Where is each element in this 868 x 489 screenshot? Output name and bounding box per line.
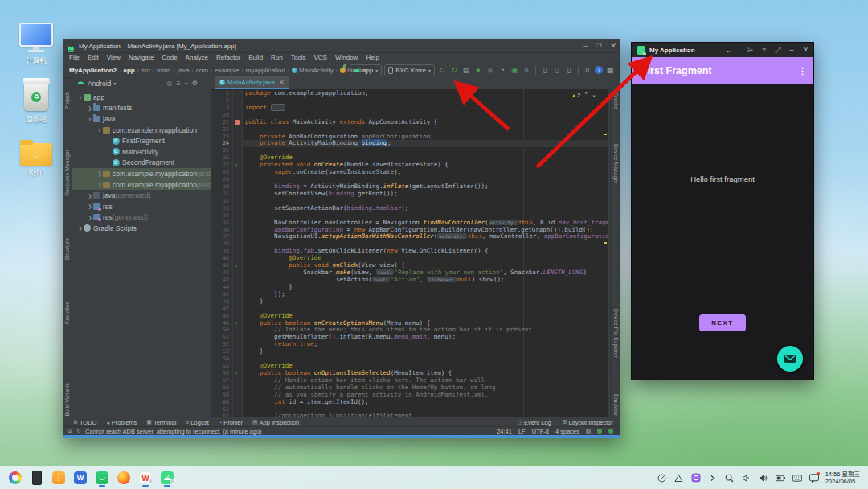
tool-window-tab-logcat[interactable]: ≡Logcat [186, 419, 209, 426]
taskbar-clock[interactable]: 14:56 星期三 2024/06/05 [825, 471, 860, 485]
tree-item-app[interactable]: ∨app [72, 92, 211, 103]
toolbar-sync-project-button[interactable]: ↻ [437, 65, 447, 76]
tray-messages-icon[interactable] [809, 473, 819, 483]
expand-all-icon[interactable]: ÷ [184, 80, 187, 87]
toolbar-run-button[interactable]: ● [473, 65, 483, 76]
taskbar-app-mail-green[interactable] [95, 469, 109, 487]
chevron-icon[interactable]: ❯ [77, 225, 84, 231]
tool-tab-build-variants[interactable]: Build Variants [64, 383, 70, 416]
tree-item-java[interactable]: ∨java [72, 113, 211, 125]
next-button[interactable]: NEXT [699, 314, 746, 331]
caret-position[interactable]: 24:41 [497, 428, 512, 435]
tool-window-tab-terminal[interactable]: ▣Terminal [146, 419, 176, 426]
emulator-title-bar[interactable]: My Application ← ⌲≡⤢–✕ [632, 43, 813, 57]
close-icon[interactable]: ✕ [802, 46, 809, 54]
chevron-icon[interactable]: ∨ [77, 94, 84, 100]
taskbar-app-android-studio[interactable] [160, 469, 174, 487]
toolbar-apply-changes-button[interactable]: ▤ [461, 65, 471, 76]
menu-file[interactable]: File [65, 54, 84, 61]
toolbar-screen-capture-button[interactable]: ▯ [564, 65, 574, 76]
tool-tab-project[interactable]: Project [64, 92, 70, 109]
tool-tab-favorites[interactable]: Favorites [64, 302, 70, 324]
menu-navigate[interactable]: Navigate [125, 54, 158, 61]
toolbar-debug-button[interactable]: ◆ [485, 65, 495, 76]
tool-window-tab-profiler[interactable]: ◔Profiler [219, 419, 243, 426]
taskbar-app-firefox[interactable] [117, 469, 131, 487]
chevron-icon[interactable]: ❯ [96, 171, 103, 176]
breadcrumb-item-main[interactable]: main [157, 67, 170, 74]
tray-expand-chevron-icon[interactable] [708, 473, 718, 483]
indent-setting[interactable]: 4 spaces [555, 428, 579, 435]
menu-analyze[interactable]: Analyze [182, 54, 212, 61]
tray-megaphone-icon[interactable] [742, 473, 751, 483]
device-dropdown[interactable]: BXC Kmre▾ [384, 64, 435, 76]
toolbar-device-manager-phone-button[interactable]: ▯ [540, 65, 550, 76]
breadcrumb-item-java[interactable]: java [178, 67, 190, 74]
toolbar-stop-button[interactable]: ■ [522, 65, 531, 76]
desktop-icon-recycle-bin[interactable]: ♻ 回收站 [10, 82, 62, 123]
tree-item-com-example-myapplication[interactable]: ❯com.example.myapplication (test) [72, 179, 211, 191]
project-view-selector[interactable]: Android [88, 80, 111, 88]
chevron-icon[interactable]: ∨ [87, 116, 93, 121]
tool-window-tab-event-log[interactable]: ◷Event Log [518, 419, 551, 426]
menu-edit[interactable]: Edit [84, 54, 103, 61]
tree-item-firstfragment[interactable]: CFirstFragment [72, 135, 211, 146]
tool-window-tab-layout-inspector[interactable]: ⊞Layout Inspector [563, 419, 613, 426]
tray-volume-icon[interactable] [759, 473, 768, 483]
breadcrumb-item-example[interactable]: example [215, 67, 239, 74]
tool-tab-device-manager[interactable]: Device Manager [613, 144, 619, 184]
lock-icon[interactable] [586, 429, 591, 434]
chevron-icon[interactable]: ❯ [87, 215, 93, 220]
menu-window[interactable]: Window [331, 54, 362, 61]
chevron-icon[interactable]: ❯ [87, 105, 93, 111]
tree-item-com-example-myapplication[interactable]: ∨com.example.myapplication [72, 125, 211, 136]
breadcrumb-item-mainactivity[interactable]: MainActivity [292, 67, 334, 74]
menu-tools[interactable]: Tools [287, 54, 310, 61]
menu-run[interactable]: Run [267, 54, 287, 61]
ide-title-bar[interactable]: My Application – MainActivity.java [My_A… [63, 39, 620, 53]
run-configuration-dropdown[interactable]: app▾ [350, 64, 382, 76]
tree-item-res[interactable]: ❯res (generated) [72, 212, 211, 224]
desktop-icon-kylin-folder[interactable]: ⌂ Kylin [10, 143, 62, 176]
chevron-icon[interactable]: ❯ [87, 193, 93, 199]
breadcrumb-item-myapplication[interactable]: myapplication [246, 67, 285, 74]
tool-window-tab-todo[interactable]: ≣TODO [73, 419, 96, 426]
tree-item-manifests[interactable]: ❯manifests [72, 103, 211, 114]
toolbar-device-mirror-button[interactable]: ▯ [552, 65, 562, 76]
minimize-button[interactable]: – [583, 42, 588, 50]
tree-item-gradle-scripts[interactable]: ❯Gradle Scripts [72, 223, 211, 234]
tray-vpn-triangle-icon[interactable] [674, 473, 684, 483]
minimize-icon[interactable]: – [789, 46, 793, 54]
pin-icon[interactable]: ⌲ [747, 46, 753, 55]
menu-help[interactable]: Help [362, 54, 383, 61]
desktop-icon-computer[interactable]: 计算机 [10, 23, 62, 64]
taskbar-app-wps-blue[interactable]: W [73, 469, 88, 487]
menu-refactor[interactable]: Refactor [212, 54, 244, 61]
toolbar-rerun-button[interactable]: ↻ [449, 65, 459, 76]
tree-item-mainactivity[interactable]: CMainActivity [72, 146, 211, 158]
tree-item-java[interactable]: ❯java (generated) [72, 190, 211, 201]
wrench-icon[interactable] [338, 64, 347, 76]
back-arrow-icon[interactable]: ← [726, 46, 734, 55]
code-editor[interactable]: ▲ 2 ⌃ ⌄ 1package com.example.myapplicati… [211, 89, 608, 420]
tree-item-res[interactable]: ❯res [72, 201, 211, 212]
toolbar-tool-windows-button[interactable]: ▦ [605, 65, 615, 76]
toolbar-apply-code-changes-button[interactable]: ▣ [510, 65, 519, 76]
settings-icon[interactable]: ⚙ [192, 80, 198, 87]
tool-tab-structure[interactable]: Structure [64, 238, 70, 261]
taskbar-app-start-menu[interactable] [8, 469, 23, 487]
tool-window-tab-problems[interactable]: ●Problems [106, 419, 137, 426]
taskbar-app-multitask-phone[interactable] [30, 469, 44, 487]
tool-tab-device-file-explorer[interactable]: Device File Explorer [613, 309, 619, 358]
tool-window-tab-app-inspection[interactable]: ▤App Inspection [252, 419, 299, 426]
tool-tab-resource-manager[interactable]: Resource Manager [64, 150, 70, 196]
chevron-icon[interactable]: ∨ [96, 127, 103, 133]
menu-view[interactable]: View [103, 54, 125, 61]
tray-timer-icon[interactable] [657, 473, 667, 483]
tray-keyboard-icon[interactable] [792, 473, 802, 483]
tool-tab-gradle[interactable]: Gradle [613, 92, 619, 109]
collapse-all-icon[interactable]: Ξ [176, 80, 180, 87]
fab-email-button[interactable] [777, 346, 803, 372]
fullscreen-icon[interactable]: ⤢ [775, 46, 780, 55]
breadcrumb-item-src[interactable]: src [141, 67, 150, 74]
